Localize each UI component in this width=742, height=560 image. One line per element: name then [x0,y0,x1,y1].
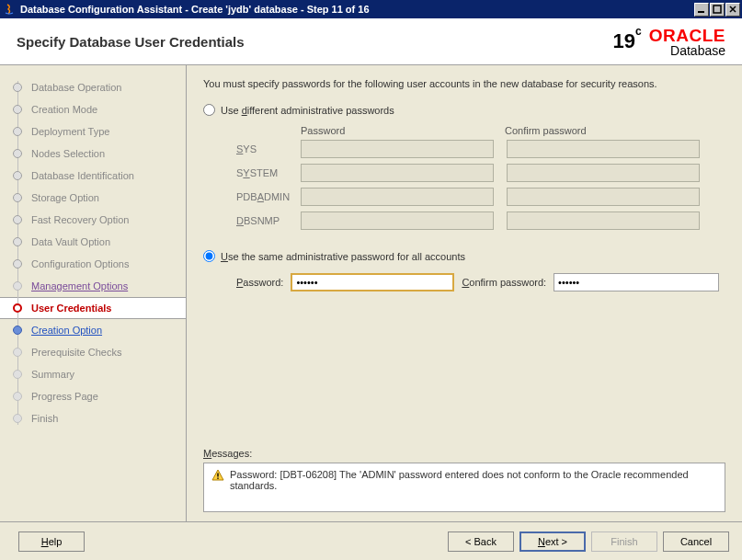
svg-rect-3 [217,478,218,479]
header: Specify Database User Credentials 19c OR… [0,18,742,65]
sys-password-input [301,140,494,158]
col-confirm-header: Confirm password [505,125,709,136]
sidebar-item-mgmt-options[interactable]: Management Options [0,275,186,297]
maximize-button[interactable] [710,3,725,17]
label-dbsnmp: DBSNMP [236,215,301,226]
label-pdbadmin: PDBADMIN [236,191,301,202]
col-password-header: Password [301,125,505,136]
sidebar-item-config-options: Configuration Options [0,253,186,275]
sidebar-item-prereq: Prerequisite Checks [0,341,186,363]
sidebar-item-fast-recovery: Fast Recovery Option [0,209,186,231]
intro-text: You must specify passwords for the follo… [203,78,725,89]
finish-button: Finish [591,531,657,552]
svg-rect-1 [713,6,721,13]
row-dbsnmp: DBSNMP [236,211,725,230]
sidebar-item-creation-option[interactable]: Creation Option [0,319,186,341]
system-confirm-input [507,164,700,182]
svg-rect-2 [217,474,218,477]
confirm-password-input[interactable] [554,273,719,291]
next-button[interactable]: Next > [519,531,586,552]
warning-icon [211,469,224,482]
radio-same-input[interactable] [203,250,215,262]
dbsnmp-password-input [301,211,494,230]
sidebar-item-db-id: Database Identification [0,165,186,187]
message-text: Password: [DBT-06208] The 'ADMIN' passwo… [230,469,717,491]
account-password-grid: Password Confirm password SYS SYSTEM PDB… [236,125,725,235]
sidebar-item-data-vault: Data Vault Option [0,231,186,253]
password-label: Password: [236,277,283,288]
java-icon [2,2,17,17]
version-number: 19 [613,29,635,52]
dbsnmp-confirm-input [507,211,700,230]
radio-same-label: Use the same administrative password for… [221,251,465,262]
footer: Help < Back Next > Finish Cancel [0,521,742,560]
sidebar-item-creation-mode: Creation Mode [0,98,186,120]
brand-text: ORACLE [649,26,725,45]
messages-box: Password: [DBT-06208] The 'ADMIN' passwo… [203,463,725,512]
row-system: SYSTEM [236,164,725,182]
oracle-logo: 19c ORACLE Database [613,26,725,58]
radio-different-input[interactable] [203,104,215,116]
messages-label: Messages: [203,448,725,459]
label-system: SYSTEM [236,167,301,178]
same-password-row: Password: Confirm password: [236,273,725,291]
back-button[interactable]: < Back [448,531,514,552]
confirm-label: Confirm password: [462,277,546,288]
sidebar-item-summary: Summary [0,363,186,385]
radio-same-password[interactable]: Use the same administrative password for… [203,250,725,262]
page-title: Specify Database User Credentials [17,34,245,50]
row-pdbadmin: PDBADMIN [236,188,725,206]
password-input[interactable] [291,273,454,291]
sidebar: Database Operation Creation Mode Deploym… [0,65,187,521]
titlebar: Database Configuration Assistant - Creat… [0,0,742,18]
close-button[interactable] [725,3,740,17]
window-title: Database Configuration Assistant - Creat… [20,4,694,15]
sidebar-item-progress: Progress Page [0,385,186,407]
sidebar-item-user-credentials[interactable]: User Credentials [0,297,186,319]
sys-confirm-input [507,140,700,158]
sidebar-item-deployment: Deployment Type [0,120,186,143]
minimize-button[interactable] [694,3,709,17]
label-sys: SYS [236,143,301,154]
help-button[interactable]: Help [18,531,85,552]
version-suffix: c [635,25,642,38]
pdbadmin-confirm-input [507,188,700,206]
row-sys: SYS [236,140,725,158]
radio-different-label: Use different administrative passwords [221,105,394,116]
radio-different-passwords[interactable]: Use different administrative passwords [203,104,725,116]
sidebar-item-nodes: Nodes Selection [0,143,186,165]
pdbadmin-password-input [301,188,494,206]
sidebar-item-db-operation: Database Operation [0,76,186,98]
sidebar-item-finish: Finish [0,407,186,429]
main-panel: You must specify passwords for the follo… [187,65,742,521]
svg-rect-0 [698,11,704,13]
cancel-button[interactable]: Cancel [663,531,729,552]
system-password-input [301,164,494,182]
sidebar-item-storage: Storage Option [0,187,186,209]
